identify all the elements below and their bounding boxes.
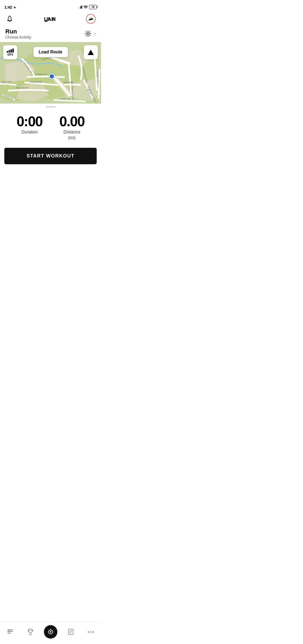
drag-handle	[46, 106, 55, 107]
chevron-right-icon[interactable]: ›	[94, 31, 96, 37]
wifi-icon	[83, 5, 88, 9]
gps-label: GPS	[7, 53, 13, 56]
distance-value: 0.00	[59, 114, 84, 128]
duration-label: Duration	[16, 129, 42, 135]
gps-button[interactable]: GPS	[3, 45, 17, 59]
map-view[interactable]: DINA RIVER WAY EPPERSON TRAIL JOHN SIMPS…	[0, 42, 101, 104]
svg-text:LN: LN	[89, 92, 91, 94]
notifications-button[interactable]	[5, 15, 14, 23]
activity-controls[interactable]: ›	[84, 30, 96, 37]
svg-point-0	[9, 16, 10, 16]
distance-label: Distance (mi)	[59, 129, 84, 141]
center-map-button[interactable]	[84, 45, 98, 59]
settings-icon[interactable]	[84, 30, 92, 37]
load-route-button[interactable]: Load Route	[33, 47, 68, 57]
location-arrow-icon: ▲	[13, 5, 16, 9]
svg-text:BRIGHAM DR: BRIGHAM DR	[16, 87, 28, 89]
activity-info: Run Choose Activity	[5, 28, 31, 39]
current-location-dot	[49, 74, 55, 80]
battery-icon: 79	[89, 5, 97, 9]
gps-signal-icon	[7, 49, 14, 53]
duration-stat: 0:00 Duration	[16, 114, 42, 141]
drag-handle-area[interactable]	[0, 104, 101, 109]
activity-title: Run	[5, 28, 31, 35]
app-header	[0, 12, 101, 27]
svg-text:STEINER RA...: STEINER RA...	[59, 98, 72, 100]
shoe-tracker-button[interactable]	[86, 14, 96, 24]
svg-text:BU...: BU...	[88, 89, 92, 91]
status-bar: 1:42 ▲ 79	[0, 0, 101, 12]
stats-section: 0:00 Duration 0.00 Distance (mi)	[0, 109, 101, 145]
ua-logo	[42, 14, 58, 24]
distance-stat: 0.00 Distance (mi)	[59, 114, 84, 141]
start-workout-container: START WORKOUT	[0, 145, 101, 170]
arrow-up-icon	[88, 50, 94, 55]
start-workout-button[interactable]: START WORKOUT	[4, 148, 97, 164]
svg-text:RANCH RD: RANCH RD	[1, 81, 11, 83]
status-icons: 79	[78, 5, 97, 9]
svg-text:OXEN WAY: OXEN WAY	[63, 81, 73, 83]
status-time: 1:42	[4, 5, 12, 9]
activity-section: Run Choose Activity ›	[0, 27, 101, 42]
svg-text:OXSHEER DR: OXSHEER DR	[30, 81, 42, 83]
activity-subtitle: Choose Activity	[5, 35, 31, 39]
svg-text:COWDEN DR: COWDEN DR	[35, 73, 47, 75]
signal-bars-icon	[78, 5, 82, 9]
svg-point-1	[87, 33, 89, 35]
duration-value: 0:00	[16, 114, 42, 128]
